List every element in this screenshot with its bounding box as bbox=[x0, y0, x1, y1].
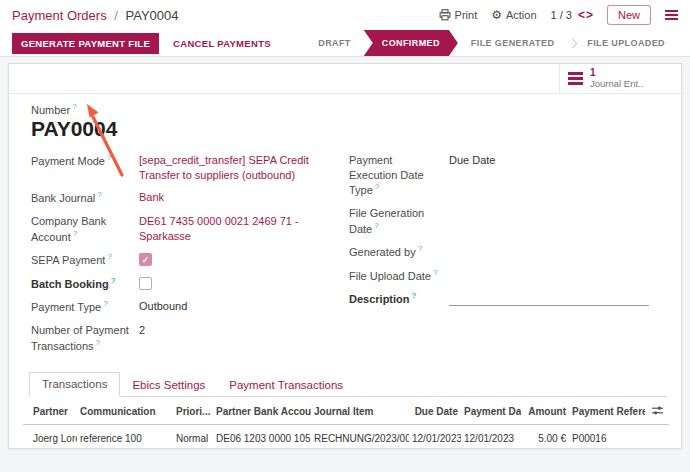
batch-booking-checkbox[interactable] bbox=[139, 277, 152, 290]
print-label: Print bbox=[455, 9, 478, 21]
new-button[interactable]: New bbox=[607, 5, 651, 25]
status-file-generated[interactable]: FILE GENERATED bbox=[458, 30, 567, 56]
navbar-actions: Print ⚙ Action 1 / 3 < > New bbox=[439, 5, 678, 25]
column-header-partner[interactable]: Partner bbox=[23, 399, 77, 425]
sheet-header: 1 Journal Ent.. bbox=[9, 64, 681, 94]
column-header-payment-date[interactable]: Payment Da... bbox=[461, 399, 521, 425]
table-row[interactable]: Joerg Lorenz reference 100 Normal DE06 1… bbox=[23, 425, 669, 449]
cell-priority[interactable]: Normal bbox=[173, 425, 213, 449]
status-confirmed[interactable]: CONFIRMED bbox=[364, 30, 458, 56]
payment-mode-value[interactable]: [sepa_credit_transfer] SEPA Credit Trans… bbox=[139, 153, 349, 183]
form-right-column: Payment Execution Date Type? Due Date Fi… bbox=[349, 153, 667, 361]
pager-arrows: < > bbox=[578, 8, 593, 22]
field-file-generation-date: File Generation Date? bbox=[349, 206, 667, 236]
sheet-body: Number? PAY0004 Payment Mode? [sepa_cred… bbox=[9, 94, 681, 449]
help-icon: ? bbox=[96, 338, 100, 347]
company-bank-account-value[interactable]: DE61 7435 0000 0021 2469 71 - Sparkasse bbox=[139, 214, 349, 244]
journal-entries-label: Journal Ent.. bbox=[590, 79, 643, 90]
status-draft[interactable]: DRAFT bbox=[305, 30, 364, 56]
help-icon: ? bbox=[107, 252, 111, 261]
transactions-table: Partner Communication Priori... Partner … bbox=[23, 399, 669, 449]
cancel-payments-button[interactable]: CANCEL PAYMENTS bbox=[173, 38, 271, 49]
help-icon: ? bbox=[375, 182, 379, 191]
gear-icon: ⚙ bbox=[491, 8, 502, 22]
field-payment-mode: Payment Mode? [sepa_credit_transfer] SEP… bbox=[31, 153, 349, 183]
payment-type-value: Outbound bbox=[139, 299, 207, 314]
help-icon: ? bbox=[73, 229, 77, 238]
tab-ebics-settings[interactable]: Ebics Settings bbox=[120, 374, 217, 397]
cell-due-date[interactable]: 12/01/2023 bbox=[409, 425, 461, 449]
cell-partner[interactable]: Joerg Lorenz bbox=[23, 425, 77, 449]
field-file-upload-date: File Upload Date? bbox=[349, 268, 667, 284]
cell-communication[interactable]: reference 100 bbox=[77, 425, 173, 449]
field-description: Description? bbox=[349, 291, 667, 307]
field-company-bank-account: Company Bank Account? DE61 7435 0000 002… bbox=[31, 214, 349, 244]
page-title: PAY0004 bbox=[31, 117, 667, 141]
column-header-due-date[interactable]: Due Date bbox=[409, 399, 461, 425]
help-icon: ? bbox=[72, 102, 76, 111]
number-label: Number? bbox=[31, 102, 667, 116]
print-icon bbox=[439, 9, 451, 21]
field-batch-booking: Batch Booking? bbox=[31, 276, 349, 292]
column-header-payment-reference[interactable]: Payment Referen... bbox=[569, 399, 645, 425]
help-icon: ? bbox=[107, 153, 111, 162]
column-header-communication[interactable]: Communication bbox=[77, 399, 173, 425]
cell-journal-item[interactable]: RECHNUNG/2023/0006 ( bbox=[311, 425, 409, 449]
help-icon: ? bbox=[97, 190, 101, 199]
statusbar: DRAFT CONFIRMED FILE GENERATED FILE UPLO… bbox=[305, 30, 678, 56]
status-file-uploaded[interactable]: FILE UPLOADED bbox=[574, 30, 678, 56]
number-of-payment-transactions-value: 2 bbox=[139, 323, 165, 338]
table-header-row: Partner Communication Priori... Partner … bbox=[23, 399, 669, 425]
cell-partner-bank-account[interactable]: DE06 1203 0000 1057 25 bbox=[213, 425, 311, 449]
action-menu-button[interactable]: ⚙ Action bbox=[491, 8, 536, 22]
help-icon: ? bbox=[412, 291, 417, 300]
help-icon: ? bbox=[111, 276, 116, 285]
breadcrumb-parent[interactable]: Payment Orders bbox=[12, 8, 107, 23]
content-area: 1 Journal Ent.. Number? PAY0004 Payment … bbox=[0, 57, 690, 472]
breadcrumb-current: PAY0004 bbox=[126, 8, 179, 23]
action-bar: GENERATE PAYMENT FILE CANCEL PAYMENTS DR… bbox=[0, 30, 690, 57]
form-left-column: Payment Mode? [sepa_credit_transfer] SEP… bbox=[31, 153, 349, 361]
optional-columns-button[interactable] bbox=[645, 399, 669, 425]
top-navbar: Payment Orders / PAY0004 Print ⚙ Action … bbox=[0, 0, 690, 30]
field-sepa-payment: SEPA Payment? ✓ bbox=[31, 252, 349, 268]
field-bank-journal: Bank Journal? Bank bbox=[31, 190, 349, 206]
field-number-of-payment-transactions: Number of Payment Transactions? 2 bbox=[31, 323, 349, 353]
breadcrumb: Payment Orders / PAY0004 bbox=[12, 8, 179, 23]
cell-amount[interactable]: 5.00 € bbox=[521, 425, 569, 449]
record-pager: 1 / 3 < > bbox=[551, 8, 593, 22]
description-input[interactable] bbox=[449, 291, 649, 306]
print-button[interactable]: Print bbox=[439, 9, 478, 21]
tab-payment-transactions[interactable]: Payment Transactions bbox=[217, 374, 355, 397]
pager-previous-icon[interactable]: < bbox=[578, 8, 585, 22]
journal-entries-stat-button[interactable]: 1 Journal Ent.. bbox=[559, 64, 681, 93]
help-icon: ? bbox=[433, 268, 437, 277]
column-settings-icon bbox=[652, 405, 663, 416]
help-icon: ? bbox=[374, 221, 378, 230]
sepa-payment-checkbox[interactable]: ✓ bbox=[139, 253, 152, 266]
breadcrumb-separator: / bbox=[114, 8, 118, 23]
cell-payment-reference[interactable]: P00016 bbox=[569, 425, 645, 449]
help-icon: ? bbox=[103, 299, 107, 308]
field-generated-by: Generated by? bbox=[349, 244, 667, 260]
generate-payment-file-button[interactable]: GENERATE PAYMENT FILE bbox=[12, 33, 159, 54]
column-header-partner-bank-account[interactable]: Partner Bank Account bbox=[213, 399, 311, 425]
column-header-priority[interactable]: Priori... bbox=[173, 399, 213, 425]
payment-execution-date-type-value: Due Date bbox=[449, 153, 515, 168]
field-payment-execution-date-type: Payment Execution Date Type? Due Date bbox=[349, 153, 667, 198]
journal-entries-icon bbox=[568, 72, 583, 85]
form-sheet: 1 Journal Ent.. Number? PAY0004 Payment … bbox=[8, 63, 682, 449]
pager-next-icon[interactable]: > bbox=[586, 8, 593, 22]
help-icon: ? bbox=[418, 244, 422, 253]
tab-transactions[interactable]: Transactions bbox=[29, 372, 120, 397]
column-header-amount[interactable]: Amount bbox=[521, 399, 569, 425]
field-payment-type: Payment Type? Outbound bbox=[31, 299, 349, 315]
bank-journal-value[interactable]: Bank bbox=[139, 190, 184, 205]
column-header-journal-item[interactable]: Journal Item bbox=[311, 399, 409, 425]
cell-payment-date[interactable]: 12/01/2023 bbox=[461, 425, 521, 449]
pager-counter: 1 / 3 bbox=[551, 9, 572, 21]
notebook-tabs: Transactions Ebics Settings Payment Tran… bbox=[29, 371, 667, 397]
hamburger-menu-icon[interactable] bbox=[665, 10, 678, 20]
action-label: Action bbox=[506, 9, 537, 21]
